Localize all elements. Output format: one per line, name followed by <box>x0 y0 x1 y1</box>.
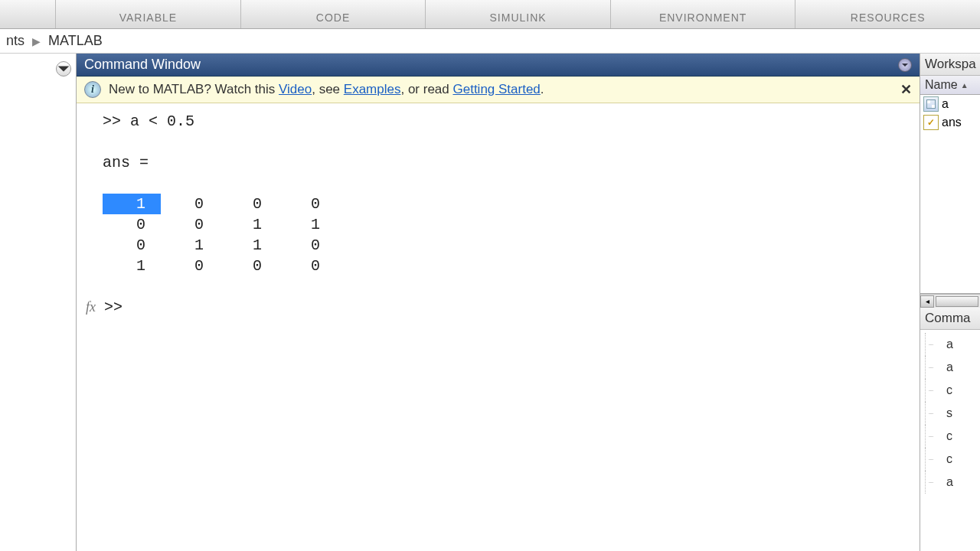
welcome-banner: i New to MATLAB? Watch this Video, see E… <box>77 77 920 103</box>
table-row: 0011 <box>103 214 920 235</box>
table-row: 1000 <box>103 194 920 214</box>
command-history-title[interactable]: Comma <box>920 308 980 330</box>
command-window-panel: Command Window i New to MATLAB? Watch th… <box>77 54 920 551</box>
ans-matrix: 1000 0011 0110 1000 <box>86 194 920 276</box>
current-folder-panel <box>0 54 77 551</box>
workspace-variable[interactable]: a <box>920 95 980 113</box>
examples-link[interactable]: Examples <box>344 82 401 96</box>
matrix-icon <box>923 96 939 112</box>
command-input-echo: >> a < 0.5 <box>86 111 920 132</box>
panel-menu-button[interactable] <box>898 58 912 72</box>
history-item[interactable]: ┈c <box>925 448 978 471</box>
matrix-cell[interactable]: 1 <box>103 194 161 214</box>
workspace-title[interactable]: Workspa <box>920 54 980 76</box>
panel-menu-button[interactable] <box>56 61 71 77</box>
chevron-right-icon: ▶ <box>32 35 41 47</box>
panel-title: Command Window <box>84 57 201 73</box>
history-item[interactable]: ┈a <box>925 471 978 494</box>
history-item[interactable]: ┈a <box>925 333 978 356</box>
command-window-body[interactable]: >> a < 0.5 ans = 1000 0011 0110 1000 <box>77 103 920 551</box>
fx-icon[interactable]: fx <box>86 299 100 315</box>
scroll-thumb[interactable] <box>936 296 978 307</box>
ans-label: ans = <box>86 152 920 173</box>
table-row: 0110 <box>103 235 920 256</box>
logical-icon: ✓ <box>923 115 939 130</box>
video-link[interactable]: Video <box>279 82 312 96</box>
command-history-list: ┈a ┈a ┈c ┈s ┈c ┈c ┈a <box>920 330 980 551</box>
command-window-titlebar[interactable]: Command Window <box>77 54 920 77</box>
history-item[interactable]: ┈a <box>925 356 978 379</box>
history-item[interactable]: ┈c <box>925 425 978 448</box>
workspace-list: a ✓ ans <box>920 95 980 294</box>
toolbar-group-resources[interactable]: RESOURCES <box>795 0 980 28</box>
close-icon[interactable]: ✕ <box>900 81 912 98</box>
table-row: 1000 <box>103 256 920 276</box>
breadcrumb[interactable]: nts ▶ MATLAB <box>0 29 980 54</box>
breadcrumb-item[interactable]: MATLAB <box>48 33 103 49</box>
history-item[interactable]: ┈s <box>925 402 978 425</box>
horizontal-scrollbar[interactable]: ◂ <box>920 294 980 308</box>
toolbar-group-environment[interactable]: ENVIRONMENT <box>611 0 796 28</box>
right-dock: Workspa Name ▲ a ✓ ans ◂ Comma ┈a ┈a ┈c <box>920 54 980 551</box>
toolbar-group-variable[interactable]: VARIABLE <box>56 0 241 28</box>
history-item[interactable]: ┈c <box>925 379 978 402</box>
ribbon-toolbar: VARIABLE CODE SIMULINK ENVIRONMENT RESOU… <box>0 0 980 29</box>
workspace-column-header[interactable]: Name ▲ <box>920 76 980 95</box>
workspace-variable[interactable]: ✓ ans <box>920 113 980 132</box>
getting-started-link[interactable]: Getting Started <box>452 82 540 96</box>
scroll-left-button[interactable]: ◂ <box>920 295 934 308</box>
sort-asc-icon: ▲ <box>961 81 969 90</box>
banner-text: New to MATLAB? Watch this Video, see Exa… <box>109 82 544 97</box>
info-icon: i <box>84 81 101 98</box>
command-prompt[interactable]: >> <box>104 297 132 318</box>
toolbar-group-code[interactable]: CODE <box>241 0 426 28</box>
breadcrumb-item[interactable]: nts <box>6 33 24 49</box>
toolbar-group-simulink[interactable]: SIMULINK <box>426 0 611 28</box>
